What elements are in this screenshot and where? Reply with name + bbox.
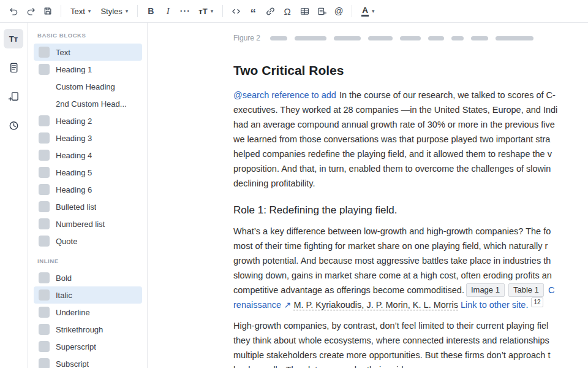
inline-item-bold[interactable]: Bold <box>34 269 142 286</box>
rail-item-insert[interactable] <box>4 86 23 106</box>
table-chip[interactable]: Table 1 <box>508 283 544 297</box>
footnote-marker[interactable]: 12 <box>531 297 543 307</box>
block-thumb-icon <box>39 341 50 352</box>
undo-icon <box>9 6 19 17</box>
font-color-icon: A <box>361 6 369 17</box>
insert-table-button[interactable] <box>296 2 313 20</box>
figure-skeleton-bar <box>368 36 393 40</box>
quote-icon: “ <box>250 6 256 17</box>
paragraph-line[interactable]: had an average compound annual growth ra… <box>233 117 588 132</box>
italic-button[interactable]: I <box>159 2 176 20</box>
paragraph-line[interactable]: we learned from those conversations was … <box>233 132 588 147</box>
block-item-custom-heading[interactable]: Custom Heading <box>34 78 142 95</box>
mention-token[interactable]: @search reference to add <box>233 90 336 100</box>
rail-item-blocks[interactable]: Tт <box>4 29 23 48</box>
block-thumb-icon <box>39 272 50 283</box>
paragraph-format-dropdown[interactable]: Text ▾ <box>66 2 96 20</box>
chevron-down-icon: ▾ <box>88 8 91 14</box>
block-item-heading-3[interactable]: Heading 3 <box>34 129 142 147</box>
inline-item-superscript[interactable]: Superscript <box>34 338 142 355</box>
template-plus-icon <box>317 6 327 17</box>
styles-dropdown[interactable]: Styles ▾ <box>96 2 133 20</box>
paragraph-line[interactable]: executives. They worked at 28 companies … <box>233 102 588 117</box>
text-run[interactable]: competitive advantage as offerings becom… <box>233 285 464 295</box>
block-item-heading-5[interactable]: Heading 5 <box>34 164 142 181</box>
figure-placeholder[interactable]: Figure 2 <box>233 33 588 44</box>
paragraph-line[interactable]: What’s a key difference between low-grow… <box>233 224 588 239</box>
font-size-dropdown[interactable]: тT ▾ <box>194 2 218 20</box>
rail-item-document[interactable] <box>4 58 23 77</box>
external-link[interactable]: renaissance ↗ <box>233 300 291 310</box>
font-size-icon: тT <box>198 7 207 16</box>
author-names[interactable]: M. P. Kyriakoudis, J. P. Morin, K. L. Mo… <box>293 300 458 310</box>
other-site-link[interactable]: Link to other site. <box>461 300 528 310</box>
bold-button[interactable]: B <box>142 2 159 20</box>
inline-item-underline[interactable]: Underline <box>34 304 142 321</box>
left-icon-rail: Tт <box>0 23 28 368</box>
paragraph-line[interactable]: multiple stakeholders create more opport… <box>233 348 588 362</box>
rail-item-history[interactable] <box>4 115 23 135</box>
block-thumb-icon <box>39 324 50 335</box>
undo-button[interactable] <box>5 2 22 20</box>
paragraph[interactable]: High-growth companies, by contrast, don’… <box>233 318 588 368</box>
block-item-label: Custom Heading <box>56 82 115 91</box>
link-text: renaissance <box>233 300 281 310</box>
block-item-heading-4[interactable]: Heading 4 <box>34 147 142 164</box>
save-button[interactable] <box>39 2 56 20</box>
paragraph-line[interactable]: slowing down, gains in market share come… <box>233 268 588 283</box>
at-icon: @ <box>334 6 344 16</box>
paragraph-line[interactable]: @search reference to addIn the course of… <box>233 88 588 102</box>
block-item-numbered-list[interactable]: Numbered list <box>34 215 142 232</box>
block-item-bulleted-list[interactable]: Bulleted list <box>34 198 142 215</box>
code-block-button[interactable] <box>227 2 244 20</box>
figure-skeleton-bar <box>270 36 287 40</box>
more-formatting-button[interactable]: ··· <box>176 2 194 20</box>
text-blocks-icon: Tт <box>9 34 18 44</box>
inline-item-strikethrough[interactable]: Strikethrough <box>34 321 142 338</box>
paragraph-line[interactable]: competitive advantage as offerings becom… <box>233 283 588 297</box>
paragraph-line[interactable]: declining profitability. <box>233 176 588 191</box>
block-thumb-icon <box>39 64 50 75</box>
paragraph-line[interactable]: High-growth companies, by contrast, don’… <box>233 318 588 333</box>
paragraph-line[interactable]: proposition. And that, in turn, enabled … <box>233 161 588 176</box>
block-thumb-icon <box>39 47 50 58</box>
document-heading-1[interactable]: Two Critical Roles <box>233 63 588 78</box>
ellipsis-icon: ··· <box>180 6 190 16</box>
paragraph-line[interactable]: most of their time fighting for market s… <box>233 239 588 253</box>
paragraph-line[interactable]: helped companies redefine the playing fi… <box>233 147 588 161</box>
save-icon <box>43 6 53 16</box>
paragraph[interactable]: What’s a key difference between low-grow… <box>233 224 588 312</box>
special-characters-button[interactable]: Ω <box>279 2 296 20</box>
paragraph-line[interactable]: growth potential. And because most aggre… <box>233 253 588 268</box>
paragraph-line[interactable]: haphazardly. They let purpose be their g… <box>233 362 588 368</box>
table-icon <box>300 6 310 17</box>
inline-item-subscript[interactable]: Subscript <box>34 355 142 368</box>
block-item-2nd-custom-heading[interactable]: 2nd Custom Head... <box>34 95 142 112</box>
image-chip[interactable]: Image 1 <box>466 283 505 297</box>
editor-canvas[interactable]: Figure 2 Two Critical Roles @search refe… <box>148 23 588 368</box>
section-title-inline: INLINE <box>28 250 147 269</box>
block-item-heading-1[interactable]: Heading 1 <box>34 61 142 78</box>
paragraph[interactable]: @search reference to addIn the course of… <box>233 88 588 191</box>
insert-template-button[interactable] <box>313 2 330 20</box>
redo-button[interactable] <box>22 2 39 20</box>
block-item-text[interactable]: Text <box>34 44 142 61</box>
block-item-quote[interactable]: Quote <box>34 232 142 250</box>
document-body[interactable]: Two Critical Roles @search reference to … <box>233 63 588 368</box>
block-quote-button[interactable]: “ <box>244 2 262 20</box>
block-item-label: Bold <box>56 274 72 283</box>
document-heading-2[interactable]: Role 1: Redefining the playing field. <box>233 204 588 217</box>
mention-button[interactable]: @ <box>330 2 347 20</box>
text-run[interactable]: In the course of our research, we talked… <box>339 90 556 100</box>
link-button[interactable] <box>262 2 279 20</box>
link-cut[interactable]: C <box>548 285 554 295</box>
font-color-dropdown[interactable]: A ▾ <box>356 2 379 20</box>
paragraph-line[interactable]: renaissance ↗M. P. Kyriakoudis, J. P. Mo… <box>233 297 588 312</box>
block-item-heading-6[interactable]: Heading 6 <box>34 181 142 198</box>
paragraph-line[interactable]: they think about whole ecosystems, where… <box>233 333 588 348</box>
block-item-label: Heading 4 <box>56 151 92 160</box>
section-title-basic-blocks: BASIC BLOCKS <box>28 24 147 44</box>
inline-item-italic[interactable]: Italic <box>34 286 142 304</box>
block-item-heading-2[interactable]: Heading 2 <box>34 112 142 129</box>
block-item-label: 2nd Custom Head... <box>56 99 127 109</box>
